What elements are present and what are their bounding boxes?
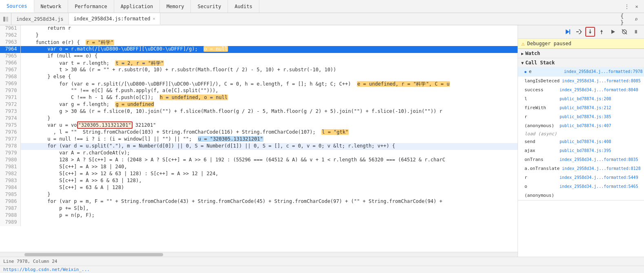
file-reference[interactable]: public_bd78874.js:208 [560,95,611,103]
file-tab-original[interactable]: index_2958d34.js [11,13,69,25]
line-number: 7987 [0,205,20,212]
file-reference[interactable]: index_2958d34.j...formatted:5465 [560,183,638,190]
call-stack-header[interactable]: ▼ Call Stack [518,58,644,67]
call-stack-item[interactable]: langIsDetecedindex_2958d34.j...formatted… [518,77,644,86]
top-nav-tabs: Sources Network Performance Application … [0,0,644,13]
close-tab-icon[interactable]: ✕ [153,16,155,21]
tab-performance[interactable]: Performance [68,0,114,13]
step-into-button[interactable] [585,27,595,37]
svg-marker-7 [589,32,591,34]
step-out-button[interactable] [597,27,606,37]
table-row: 7985 } [0,192,518,198]
call-stack-section: ▼ Call Stack ●eindex_2958d34.j...formatt… [518,58,644,200]
file-reference[interactable]: public_bd78874.js:408 [560,138,611,145]
line-number: 7981 [0,164,20,171]
line-code: S[c++] = A >> 18 | 240, [20,164,518,171]
format-icon[interactable]: { } [620,15,629,24]
file-reference[interactable]: index_2958d34.j...formatted:8035 [560,156,638,163]
call-stack-list[interactable]: ●eindex_2958d34.j...formatted:7978langIs… [518,67,644,200]
tab-audits[interactable]: Audits [228,0,259,13]
function-name: e [529,68,562,75]
resume-button[interactable] [562,27,572,37]
call-stack-item[interactable]: rpublic_bd78874.js:385 [518,112,644,121]
line-code: var u = vo"320305.131321201" 321201" [20,122,518,129]
tab-sources[interactable]: Sources [0,0,34,13]
table-row: 7964 var o = r.match(/[\uD800-\uDBFF][\u… [0,46,518,53]
call-stack-item[interactable]: lpublic_bd78874.js:208 [518,95,644,103]
step-over-button[interactable] [574,27,584,37]
tab-memory[interactable]: Memory [160,0,191,13]
call-stack-item[interactable]: sendpublic_bd78874.js:408 [518,137,644,146]
svg-rect-0 [3,17,5,22]
table-row: 7970 "" !== e[C] && f.push.apply(f, a(e[… [0,88,518,95]
file-reference[interactable]: index_2958d34.j...formatted:5449 [560,174,638,181]
call-stack-item[interactable]: ●eindex_2958d34.j...formatted:7978 [518,67,644,77]
line-number: 7961 [0,25,20,32]
file-reference[interactable]: public_bd78874.js:395 [560,147,611,154]
file-reference[interactable]: index_2958d34.j...formatted:8040 [560,86,638,94]
tab-security[interactable]: Security [191,0,228,13]
file-reference[interactable]: public_bd78874.js:385 [560,113,611,121]
function-name: a.onTranslate [524,165,560,172]
line-number: 7985 [0,192,20,198]
watch-header[interactable]: ▶ Watch [518,49,644,58]
call-stack-item[interactable]: fireWithpublic_bd78874.js:212 [518,103,644,112]
search-in-file-icon[interactable]: ⌕ [632,15,641,24]
line-number: 7979 [0,150,20,157]
call-stack-label: Call Stack [525,60,555,66]
line-code: var t = r.length; t = 2, r = "科学" [20,60,518,67]
table-row: 7961 return r [0,25,518,32]
more-icon[interactable]: ⋮ [623,2,631,11]
table-row: 7973 g > 30 && (r = f.slice(0, 10).join(… [0,108,518,115]
call-stack-item[interactable]: (anonymous)public_bd78874.js:407 [518,121,644,130]
table-row: 7989 [0,219,518,226]
call-stack-item[interactable]: (anonymous) [518,191,644,200]
file-tab-formatted[interactable]: index_2958d34.js:formatted ✕ [69,13,161,25]
line-code: , l = "" String.fromCharCode(103) + Stri… [20,129,518,136]
call-stack-item[interactable]: onTransindex_2958d34.j...formatted:8035 [518,155,644,164]
call-stack-item[interactable]: ajaxpublic_bd78874.js:395 [518,146,644,155]
table-row: 7963 function e(r) { r = "科学" [0,39,518,46]
line-number: 7966 [0,60,20,67]
table-row: 7978 for (var d = u.split("."), m = Numb… [0,143,518,150]
deactivate-breakpoints-button[interactable] [620,27,629,37]
file-reference[interactable]: public_bd78874.js:212 [560,104,611,112]
line-code: g > 30 && (r = f.slice(0, 10).join("") +… [20,108,518,115]
table-row: 7980 128 > A ? S[c++] = A : (2048 > A ? … [0,157,518,164]
table-row: 7988 p = n(p, F); [0,212,518,219]
tab-network[interactable]: Network [34,0,69,13]
line-code: for (var e = r.split(/[\uD800-\uDBFF][\u… [20,81,518,88]
watch-label: Watch [525,51,540,56]
call-stack-item[interactable]: oindex_2958d34.j...formatted:5465 [518,182,644,191]
line-number: 7978 [0,143,20,150]
line-code: p = n(p, F); [20,212,518,219]
sidebar-toggle-icon[interactable] [0,13,11,25]
line-number: 7984 [0,185,20,192]
line-code: } [20,192,518,198]
line-number: 7982 [0,171,20,178]
horizontal-scrollbar[interactable] [0,252,518,257]
pause-exceptions-button[interactable]: ⏸ [631,27,641,37]
file-reference[interactable]: index_2958d34.j...formatted:8128 [562,165,641,172]
file-reference[interactable]: public_bd78874.js:407 [560,122,611,130]
line-number: 7988 [0,212,20,219]
line-number: 7977 [0,136,20,143]
table-row: 7981 S[c++] = A >> 18 | 240, [0,164,518,171]
call-stack-item[interactable]: rindex_2958d34.j...formatted:5449 [518,173,644,182]
file-reference[interactable]: index_2958d34.j...formatted:8085 [562,77,641,85]
step-button[interactable] [608,27,618,37]
file-reference[interactable]: index_2958d34.j...formatted:7978 [564,68,643,75]
tab-application[interactable]: Application [114,0,160,13]
line-code: "" !== e[C] && f.push.apply(f, a(e[C].sp… [20,88,518,95]
code-scroll-area[interactable]: 7961 return r7962 }7963 function e(r) { … [0,25,518,252]
call-stack-item[interactable]: a.onTranslateindex_2958d34.j...formatted… [518,164,644,173]
svg-line-11 [622,29,627,34]
line-code: C !== h - 1 && f.push(o[C]); h = undefin… [20,95,518,101]
warning-icon: ⚠ [521,40,524,47]
close-devtools-icon[interactable]: ✕ [633,2,641,11]
line-number: 7969 [0,81,20,88]
call-stack-item[interactable]: successindex_2958d34.j...formatted:8040 [518,86,644,95]
file-tabs-right-actions: { } ⌕ [617,15,644,24]
scrollbar-thumb[interactable] [24,253,163,256]
svg-marker-2 [566,29,569,34]
